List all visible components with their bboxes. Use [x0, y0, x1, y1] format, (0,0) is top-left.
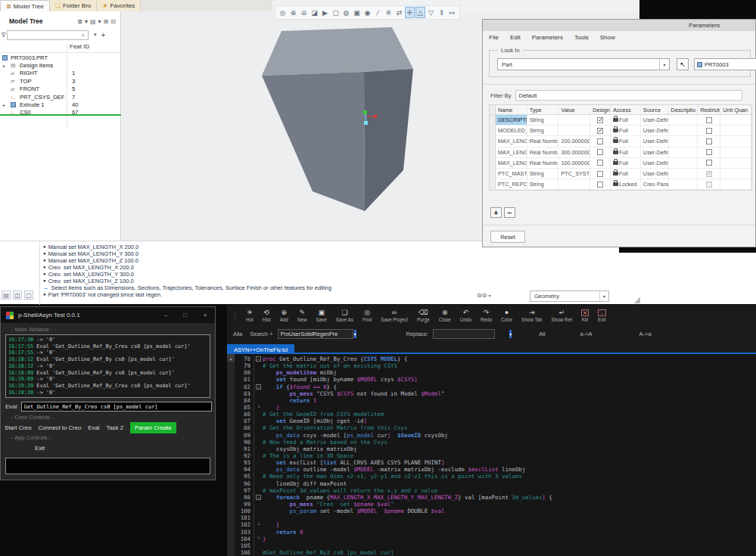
access-cell[interactable]: Full: [611, 169, 641, 179]
param-description-cell[interactable]: [669, 179, 698, 189]
access-cell[interactable]: Full: [611, 136, 641, 146]
param-description-cell[interactable]: [669, 136, 698, 146]
param-type-cell[interactable]: Real Numb: [527, 136, 559, 146]
restricted-checkbox[interactable]: [706, 160, 712, 166]
designate-cell[interactable]: [590, 126, 611, 135]
param-name-cell[interactable]: MAX_LENG: [496, 158, 527, 168]
restricted-cell[interactable]: [698, 148, 720, 157]
task-2-button[interactable]: Task 2: [107, 424, 124, 431]
status-icon-1[interactable]: ◫: [13, 290, 22, 300]
exit-button[interactable]: →Exit: [593, 305, 611, 326]
row-selector[interactable]: [490, 136, 496, 146]
tree-item-top[interactable]: ▱TOP3: [0, 77, 120, 85]
column-header-value[interactable]: Value: [558, 105, 590, 114]
add-parameter-button[interactable]: +: [490, 207, 502, 218]
param-row-max_leng[interactable]: MAX_LENGReal Numb200.000000FullUser-Defi…: [490, 136, 751, 147]
reset-button[interactable]: Reset: [490, 231, 525, 243]
tree-header-icon-0[interactable]: ≣: [77, 18, 82, 25]
menu-file[interactable]: File: [489, 34, 499, 41]
tree-filter-input[interactable]: [7, 30, 89, 40]
row-selector[interactable]: [490, 158, 496, 168]
status-icon-2[interactable]: ▢: [24, 290, 33, 300]
designate-checkbox[interactable]: [597, 171, 603, 177]
restricted-checkbox[interactable]: [706, 128, 712, 134]
tree-header-icon-3[interactable]: ▾: [98, 18, 101, 25]
designate-cell[interactable]: [590, 136, 611, 146]
unit-cell[interactable]: [720, 115, 751, 125]
param-name-cell[interactable]: MAX_LENG: [496, 148, 527, 157]
flip-icon[interactable]: ⇄: [394, 7, 404, 18]
display-style-icon[interactable]: ▢: [331, 7, 341, 18]
param-source-cell[interactable]: User-Defin: [641, 115, 669, 125]
model-picker-button[interactable]: ↖: [677, 58, 689, 70]
clear-filter-icon[interactable]: ×: [81, 32, 85, 39]
unit-cell[interactable]: [720, 148, 751, 157]
access-cell[interactable]: Full: [611, 158, 641, 168]
unit-cell[interactable]: [720, 169, 751, 179]
tree-header-icon-1[interactable]: ▾: [85, 18, 88, 25]
param-name-cell[interactable]: MAX_LENG: [496, 136, 527, 146]
param-source-cell[interactable]: Creo Param: [641, 179, 669, 189]
unit-cell[interactable]: [720, 136, 751, 146]
row-selector[interactable]: [490, 115, 496, 125]
restricted-checkbox[interactable]: [706, 149, 712, 155]
column-header-descriptio[interactable]: Descriptio: [669, 105, 698, 114]
designate-checkbox[interactable]: [597, 138, 603, 144]
stop-icon[interactable]: ↦: [447, 7, 457, 18]
tree-item-prt-csys-def[interactable]: ∟PRT_CSYS_DEF7: [0, 93, 120, 101]
row-selector[interactable]: [490, 179, 496, 189]
code-area[interactable]: ▴ 78−proc Get_Outline_Ref_By_Creo {CSYS …: [227, 354, 756, 556]
perspective-icon[interactable]: ◍: [341, 7, 351, 18]
param-row-max_leng[interactable]: MAX_LENGReal Numb300.000000FullUser-Defi…: [490, 148, 751, 158]
show-tab-button[interactable]: ⇥Show Tab: [517, 305, 547, 326]
unit-cell[interactable]: [720, 179, 751, 189]
datum-planes-icon[interactable]: ▽: [426, 7, 436, 18]
close-button[interactable]: ×: [195, 312, 215, 318]
fold-marker[interactable]: −: [254, 384, 263, 390]
save-project-button[interactable]: ∞Save Project: [376, 305, 412, 326]
zoom-out-icon[interactable]: ⊖: [299, 7, 309, 18]
designate-checkbox[interactable]: [597, 182, 603, 188]
restricted-cell[interactable]: [698, 115, 720, 125]
kill-button[interactable]: ✕Kill: [577, 305, 593, 326]
search-input[interactable]: [278, 331, 354, 337]
save-as-button[interactable]: ❏Save As: [331, 305, 358, 326]
replace-combo[interactable]: ▾: [433, 329, 495, 339]
show-ret-button[interactable]: ↵Show Ret: [547, 305, 577, 326]
param-name-cell[interactable]: DESCRIPTIO: [496, 115, 527, 125]
designate-cell[interactable]: [590, 158, 611, 168]
designate-cell[interactable]: [590, 169, 611, 179]
color-button[interactable]: ●Color: [496, 305, 517, 326]
restricted-cell[interactable]: [698, 158, 720, 168]
designate-checkbox[interactable]: [597, 128, 603, 134]
refit-icon[interactable]: ◎: [278, 7, 288, 18]
param-source-cell[interactable]: User-Defin: [641, 169, 669, 179]
start-creo-button[interactable]: Start Creo: [5, 424, 32, 431]
param-value-cell[interactable]: 100.000000: [558, 158, 590, 168]
param-source-cell[interactable]: User-Defin: [641, 126, 669, 135]
param-value-cell[interactable]: [558, 126, 590, 135]
filter-dropdown-icon[interactable]: ▾: [94, 32, 97, 38]
redo-button[interactable]: ↷Redo: [476, 305, 496, 326]
tab-folder-browser[interactable]: ❏Folder Bro: [50, 0, 98, 11]
param-type-cell[interactable]: String: [527, 169, 559, 179]
restricted-cell[interactable]: [698, 179, 720, 189]
restricted-cell[interactable]: [698, 169, 720, 179]
restricted-cell[interactable]: [698, 136, 720, 146]
shading-icon[interactable]: ▶: [320, 7, 330, 18]
tree-item-prt0003-prt[interactable]: PRT0003.PRT: [0, 54, 120, 61]
pshell-title-bar[interactable]: p-Shell/Asyn Test 0.0.1 – □ ×: [1, 307, 215, 323]
selection-filter-dropdown-icon[interactable]: ▾: [599, 291, 608, 301]
param-value-cell[interactable]: PTC_SYSTE: [558, 169, 590, 179]
tab-favorites[interactable]: ★Favorites: [97, 0, 141, 11]
undo-button[interactable]: ↶Undo: [456, 305, 476, 326]
menu-parameters[interactable]: Parameters: [532, 34, 563, 41]
filter-funnel-icon[interactable]: ∇: [2, 32, 5, 39]
maximize-button[interactable]: □: [176, 312, 195, 318]
eval-button[interactable]: Eval: [88, 424, 99, 431]
param-name-cell[interactable]: MODELED_: [496, 126, 527, 135]
designate-checkbox[interactable]: [597, 149, 603, 155]
access-cell[interactable]: Locked: [611, 179, 641, 189]
column-header-designate[interactable]: Designate: [590, 105, 611, 114]
eval-input[interactable]: [21, 402, 212, 412]
